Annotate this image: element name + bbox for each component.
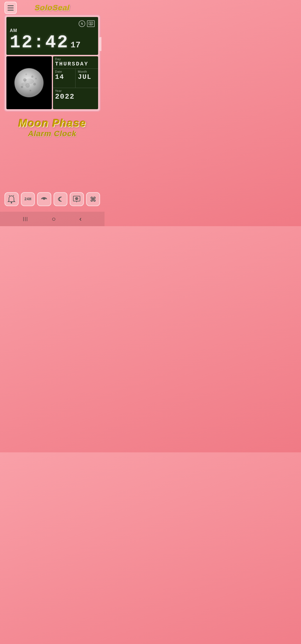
svg-point-16 <box>21 82 27 86</box>
nav-back[interactable]: ‹ <box>79 215 82 223</box>
svg-point-21 <box>44 199 45 199</box>
date-panel: Day THURSDAY Date 14 Month JUL Year 2022 <box>53 56 98 109</box>
svg-point-31 <box>92 198 94 200</box>
alarm-button[interactable] <box>4 192 19 206</box>
svg-line-19 <box>9 195 10 196</box>
year-label: Year <box>55 89 96 92</box>
svg-point-24 <box>76 198 77 199</box>
scroll-handle[interactable] <box>99 37 101 51</box>
nav-home[interactable]: ○ <box>52 215 56 223</box>
screen-icon <box>87 20 95 27</box>
svg-point-13 <box>25 74 27 75</box>
date-left: Date 14 <box>53 69 76 88</box>
svg-rect-3 <box>90 25 92 25</box>
app-title: SoloSeal <box>35 3 70 12</box>
svg-point-29 <box>91 200 93 201</box>
radio-button[interactable] <box>37 192 51 206</box>
svg-point-18 <box>11 202 12 203</box>
nav-bar: ||| ○ ‹ <box>0 212 105 226</box>
header: SoloSeal <box>0 0 105 14</box>
svg-line-20 <box>13 195 14 196</box>
alarm-clock-title: Alarm Clock <box>28 129 76 138</box>
svg-point-12 <box>30 90 31 91</box>
month-right: Month JUL <box>76 69 98 88</box>
clock-top-row: N <box>10 20 95 27</box>
date-label: Date <box>55 70 73 73</box>
day-value: THURSDAY <box>55 61 96 67</box>
moon-panel <box>6 56 52 109</box>
menu-button[interactable] <box>4 2 17 14</box>
year-row: Year 2022 <box>53 88 98 109</box>
clock-widget: N AM 12:42 17 <box>4 14 101 112</box>
year-value: 2022 <box>55 92 96 101</box>
seconds-display: 17 <box>71 40 81 50</box>
svg-point-8 <box>31 75 33 78</box>
svg-point-10 <box>33 83 36 86</box>
svg-point-2 <box>91 23 91 24</box>
month-label: Month <box>78 70 96 73</box>
time-row: 12:42 17 <box>10 34 95 52</box>
clock-display: N AM 12:42 17 <box>6 17 98 55</box>
toolbar: 24H <box>3 192 101 206</box>
moon-phase-title: Moon Phase <box>18 117 86 129</box>
date-mid-row: Date 14 Month JUL <box>53 69 98 88</box>
24h-label: 24H <box>24 197 31 201</box>
day-row: Day THURSDAY <box>53 56 98 69</box>
svg-point-30 <box>94 200 95 201</box>
time-display: 12:42 <box>10 34 69 52</box>
svg-point-28 <box>94 197 95 199</box>
palette-button[interactable] <box>86 192 100 206</box>
date-value: 14 <box>55 73 73 81</box>
moon-button[interactable] <box>54 192 68 206</box>
moon-image <box>12 66 46 99</box>
svg-point-14 <box>35 78 37 79</box>
n-icon: N <box>79 20 85 27</box>
24h-button[interactable]: 24H <box>21 192 35 206</box>
app-subtitle: Moon Phase Alarm Clock <box>18 117 86 138</box>
month-value: JUL <box>78 73 96 81</box>
menu-line <box>8 5 14 6</box>
svg-point-11 <box>21 86 23 88</box>
nav-recents[interactable]: ||| <box>23 216 28 221</box>
day-label: Day <box>55 57 96 61</box>
menu-line <box>8 10 14 11</box>
svg-point-27 <box>91 197 93 199</box>
menu-line <box>8 8 14 8</box>
bottom-section: Day THURSDAY Date 14 Month JUL Year 2022 <box>6 56 98 109</box>
display-button[interactable] <box>70 192 84 206</box>
